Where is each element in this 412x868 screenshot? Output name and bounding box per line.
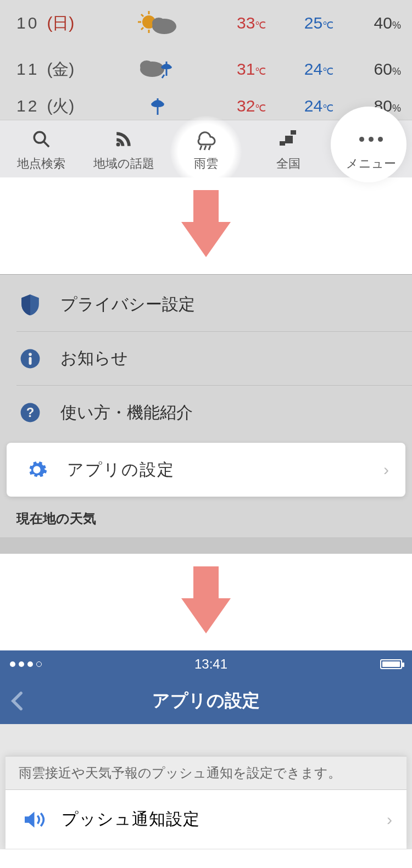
tab-local[interactable]: 地域の話題 — [82, 120, 165, 177]
precip: 60 — [374, 60, 392, 78]
svg-rect-23 — [29, 357, 31, 364]
svg-rect-19 — [285, 136, 293, 143]
svg-rect-20 — [280, 141, 285, 146]
menu-item-privacy[interactable]: プライバシー設定 — [16, 278, 412, 332]
rss-icon — [114, 127, 133, 151]
svg-point-22 — [29, 353, 32, 356]
question-icon: ? — [16, 402, 44, 423]
section-header: 現在地の天気 — [0, 500, 412, 537]
svg-line-16 — [204, 146, 206, 150]
japan-map-icon — [277, 127, 299, 151]
arrow-divider — [0, 177, 412, 274]
svg-line-5 — [141, 27, 143, 30]
tab-rain[interactable]: 雨雲 — [165, 120, 247, 177]
menu-label: プライバシー設定 — [60, 293, 195, 316]
status-bar: 13:41 — [0, 650, 412, 678]
battery-icon — [380, 659, 402, 669]
speaker-icon — [20, 809, 51, 830]
arrow-down-icon — [181, 190, 231, 261]
tab-search[interactable]: 地点検索 — [0, 120, 82, 177]
day-number: 10 — [16, 14, 39, 32]
back-button[interactable] — [11, 691, 23, 711]
svg-line-15 — [200, 146, 202, 150]
setting-label: プッシュ通知設定 — [62, 808, 200, 831]
setting-push-notification[interactable]: プッシュ通知設定 › — [5, 790, 407, 849]
svg-point-7 — [152, 18, 165, 29]
nav-bar: アプリの設定 — [0, 678, 412, 724]
svg-rect-18 — [291, 130, 296, 135]
svg-line-17 — [209, 146, 210, 150]
svg-point-12 — [34, 132, 45, 143]
weather-sun-cloud-icon — [118, 10, 198, 36]
signal-icon — [10, 661, 42, 667]
rain-cloud-icon — [191, 127, 221, 151]
app-settings-panel: 13:41 アプリの設定 雨雲接近や天気予報のプッシュ通知を設定できます。 プッ… — [0, 650, 412, 849]
gear-icon — [23, 459, 51, 481]
high-temp: 31 — [237, 60, 255, 78]
arrow-down-icon — [181, 566, 231, 638]
day-weekday: (金) — [47, 58, 74, 81]
day-number: 11 — [16, 60, 39, 79]
forecast-list: 10 (日) 33℃ 25℃ 40% 11 (金) — [0, 0, 412, 120]
svg-line-4 — [141, 14, 143, 16]
svg-text:?: ? — [26, 405, 35, 420]
menu-panel: プライバシー設定 お知らせ ? 使い方・機能紹介 アプリの設定 › 現在地の天気 — [0, 274, 412, 554]
arrow-divider — [0, 554, 412, 650]
day-number: 12 — [16, 97, 39, 115]
tab-menu[interactable]: メニュー — [330, 120, 412, 177]
tab-label: 全国 — [276, 155, 300, 172]
svg-line-10 — [162, 75, 164, 78]
low-temp: 24 — [304, 97, 322, 115]
tab-label: メニュー — [346, 155, 396, 172]
menu-label: 使い方・機能紹介 — [60, 402, 193, 424]
more-dots-icon — [359, 127, 383, 151]
menu-label: お知らせ — [60, 347, 128, 370]
forecast-row[interactable]: 11 (金) 31℃ 24℃ 60% — [0, 46, 412, 92]
tab-label: 地域の話題 — [93, 155, 154, 172]
tab-label: 地点検索 — [17, 155, 65, 172]
svg-point-14 — [116, 142, 120, 146]
menu-item-notice[interactable]: お知らせ — [16, 332, 412, 386]
high-temp: 32 — [237, 97, 255, 115]
svg-line-13 — [43, 141, 49, 147]
day-weekday: (火) — [47, 95, 74, 118]
precip: 40 — [374, 14, 392, 32]
tab-label: 雨雲 — [194, 155, 218, 172]
nav-title: アプリの設定 — [152, 689, 260, 713]
menu-item-app-settings[interactable]: アプリの設定 › — [7, 443, 405, 497]
forecast-row[interactable]: 10 (日) 33℃ 25℃ 40% — [0, 0, 412, 46]
high-temp: 33 — [237, 14, 255, 32]
shield-icon — [16, 293, 44, 316]
day-weekday: (日) — [47, 12, 74, 35]
weather-cloud-rain-icon — [118, 56, 198, 82]
weather-rain-icon — [118, 93, 198, 119]
menu-item-howto[interactable]: ? 使い方・機能紹介 — [16, 386, 412, 439]
tab-bar: 地点検索 地域の話題 雨雲 全国 メニュー — [0, 120, 412, 177]
menu-label: アプリの設定 — [67, 459, 175, 481]
tab-nation[interactable]: 全国 — [247, 120, 330, 177]
svg-point-9 — [140, 60, 153, 71]
chevron-right-icon: › — [383, 460, 389, 479]
info-icon — [16, 348, 44, 369]
low-temp: 24 — [304, 60, 322, 78]
search-icon — [32, 127, 51, 151]
forecast-panel: 10 (日) 33℃ 25℃ 40% 11 (金) — [0, 0, 412, 177]
section-note: 雨雲接近や天気予報のプッシュ通知を設定できます。 — [5, 756, 407, 790]
low-temp: 25 — [304, 14, 322, 32]
chevron-right-icon: › — [387, 810, 392, 829]
status-time: 13:41 — [194, 656, 227, 672]
